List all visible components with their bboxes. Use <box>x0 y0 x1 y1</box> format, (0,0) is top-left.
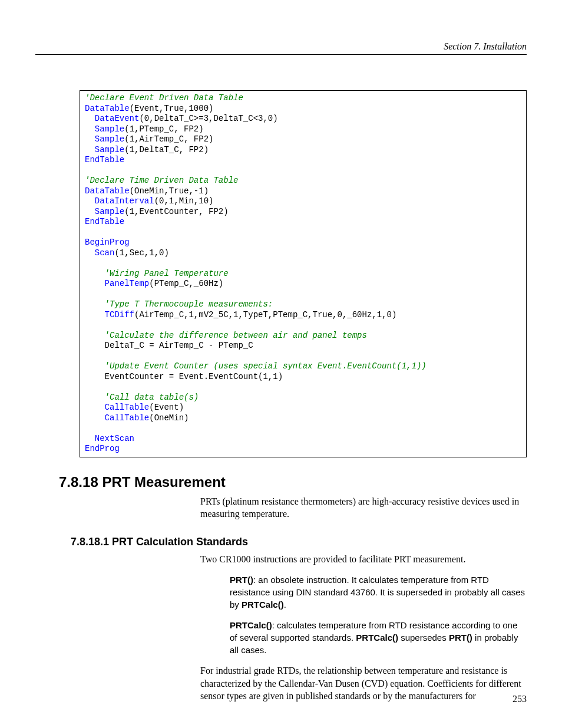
code-comment: 'Update Event Counter (uses special synt… <box>105 361 427 371</box>
page-header: Section 7. Installation <box>35 41 527 55</box>
code-comment: 'Declare Event Driven Data Table <box>85 93 243 103</box>
code-text: (PTemp_C,_60Hz) <box>149 279 223 288</box>
paragraph: For industrial grade RTDs, the relations… <box>200 664 527 703</box>
code-text: (1,AirTemp_C, FP2) <box>124 134 213 144</box>
code-keyword: Sample <box>95 124 124 134</box>
code-keyword: Sample <box>95 207 124 216</box>
term-prt: PRT() <box>230 575 253 585</box>
code-keyword: Sample <box>95 145 124 154</box>
definition-text: supersedes <box>398 633 449 643</box>
code-text: (0,1,Min,10) <box>154 196 214 206</box>
code-text: (1,Sec,1,0) <box>114 248 168 258</box>
code-comment: 'Call data table(s) <box>105 393 199 402</box>
code-text: EventCounter = Event.EventCount(1,1) <box>85 372 283 381</box>
code-text: (OneMin) <box>149 413 189 423</box>
code-keyword: CallTable <box>105 413 150 423</box>
code-keyword: DataTable <box>85 104 130 113</box>
code-text: (1,PTemp_C, FP2) <box>124 124 203 134</box>
code-text: (1,EventCounter, FP2) <box>124 207 228 216</box>
heading-prt-calc-standards: 7.8.18.1 PRT Calculation Standards <box>71 536 527 548</box>
code-keyword: CallTable <box>105 403 150 412</box>
paragraph: PRTs (platinum resistance thermometers) … <box>200 495 527 521</box>
code-text: (Event) <box>149 403 184 412</box>
code-keyword: DataEvent <box>95 114 140 123</box>
code-keyword: EndTable <box>85 155 124 164</box>
code-keyword: TCDiff <box>105 310 134 319</box>
code-keyword: NextScan <box>95 434 134 443</box>
definition-block-prt: PRT(): an obsolete instruction. It calcu… <box>230 574 527 611</box>
code-keyword: EndTable <box>85 217 124 226</box>
code-comment: 'Wiring Panel Temperature <box>105 269 229 278</box>
code-keyword: Sample <box>95 134 124 144</box>
page-number: 253 <box>513 694 527 704</box>
document-page: Section 7. Installation 'Declare Event D… <box>0 0 562 728</box>
code-text: (Event,True,1000) <box>130 104 214 113</box>
term-prtcalc: PRTCalc() <box>356 633 398 643</box>
definition-block-prtcalc: PRTCalc(): calculates temperature from R… <box>230 619 527 656</box>
code-text: (0,DeltaT_C>=3,DeltaT_C<3,0) <box>139 114 277 123</box>
term-prtcalc: PRTCalc() <box>242 599 284 610</box>
code-comment: 'Type T Thermocouple measurements: <box>105 299 273 309</box>
code-keyword: EndProg <box>85 444 120 453</box>
heading-prt-measurement: 7.8.18 PRT Measurement <box>59 474 527 490</box>
term-prt: PRT() <box>449 633 472 643</box>
code-keyword: DataInterval <box>95 196 154 206</box>
term-prtcalc: PRTCalc() <box>230 620 272 630</box>
code-keyword: Scan <box>95 248 115 258</box>
code-text: DeltaT_C = AirTemp_C - PTemp_C <box>85 341 253 350</box>
code-comment: 'Calculate the difference between air an… <box>105 331 367 340</box>
code-keyword: PanelTemp <box>105 279 150 288</box>
code-text: (1,DeltaT_C, FP2) <box>124 145 209 154</box>
code-keyword: BeginProg <box>85 238 130 247</box>
code-text: (AirTemp_C,1,mV2_5C,1,TypeT,PTemp_C,True… <box>134 310 396 319</box>
definition-text: . <box>284 599 286 610</box>
code-keyword: DataTable <box>85 186 130 196</box>
code-comment: 'Declare Time Driven Data Table <box>85 176 238 185</box>
code-text: (OneMin,True,-1) <box>130 186 209 196</box>
paragraph: Two CR1000 instructions are provided to … <box>200 553 527 566</box>
code-listing: 'Declare Event Driven Data Table DataTab… <box>80 90 527 457</box>
